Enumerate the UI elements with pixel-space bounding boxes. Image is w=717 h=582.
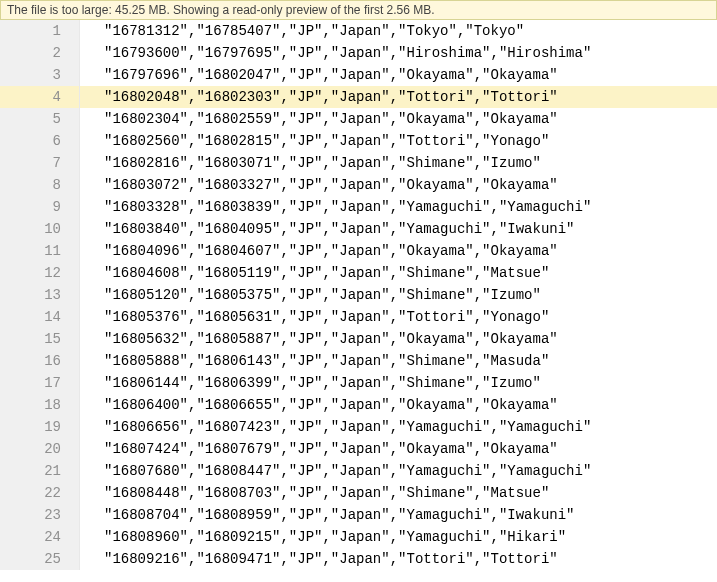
code-line: "16804096","16804607","JP","Japan","Okay… [80, 240, 717, 262]
code-line: "16802816","16803071","JP","Japan","Shim… [80, 152, 717, 174]
editor-viewport[interactable]: 1"16781312","16785407","JP","Japan","Tok… [0, 20, 717, 582]
line-number: 4 [0, 86, 80, 108]
code-line: "16808704","16808959","JP","Japan","Yama… [80, 504, 717, 526]
code-row[interactable]: 8"16803072","16803327","JP","Japan","Oka… [0, 174, 717, 196]
line-number: 7 [0, 152, 80, 174]
code-row[interactable]: 22"16808448","16808703","JP","Japan","Sh… [0, 482, 717, 504]
code-row[interactable]: 1"16781312","16785407","JP","Japan","Tok… [0, 20, 717, 42]
code-line: "16805632","16805887","JP","Japan","Okay… [80, 328, 717, 350]
line-number: 19 [0, 416, 80, 438]
notice-previewsize: 2.56 MB [387, 3, 432, 17]
line-number: 25 [0, 548, 80, 570]
code-row[interactable]: 16"16805888","16806143","JP","Japan","Sh… [0, 350, 717, 372]
line-number: 13 [0, 284, 80, 306]
code-row[interactable]: 9"16803328","16803839","JP","Japan","Yam… [0, 196, 717, 218]
code-row[interactable]: 19"16806656","16807423","JP","Japan","Ya… [0, 416, 717, 438]
code-line: "16802304","16802559","JP","Japan","Okay… [80, 108, 717, 130]
code-line: "16805888","16806143","JP","Japan","Shim… [80, 350, 717, 372]
notice-suffix: . [431, 3, 434, 17]
notice-filesize: 45.25 MB [115, 3, 166, 17]
code-line: "16803840","16804095","JP","Japan","Yama… [80, 218, 717, 240]
code-line: "16808448","16808703","JP","Japan","Shim… [80, 482, 717, 504]
line-number: 6 [0, 130, 80, 152]
notice-prefix: The file is too large: [7, 3, 115, 17]
code-row[interactable]: 4"16802048","16802303","JP","Japan","Tot… [0, 86, 717, 108]
code-line: "16781312","16785407","JP","Japan","Toky… [80, 20, 717, 42]
code-rows-container: 1"16781312","16785407","JP","Japan","Tok… [0, 20, 717, 582]
code-row[interactable]: 20"16807424","16807679","JP","Japan","Ok… [0, 438, 717, 460]
code-row[interactable]: 17"16806144","16806399","JP","Japan","Sh… [0, 372, 717, 394]
code-row[interactable]: 15"16805632","16805887","JP","Japan","Ok… [0, 328, 717, 350]
code-line: "16803072","16803327","JP","Japan","Okay… [80, 174, 717, 196]
code-row[interactable]: 5"16802304","16802559","JP","Japan","Oka… [0, 108, 717, 130]
code-line: "16808960","16809215","JP","Japan","Yama… [80, 526, 717, 548]
line-number: 12 [0, 262, 80, 284]
code-row[interactable]: 14"16805376","16805631","JP","Japan","To… [0, 306, 717, 328]
line-number: 10 [0, 218, 80, 240]
line-number: 3 [0, 64, 80, 86]
code-row[interactable]: 11"16804096","16804607","JP","Japan","Ok… [0, 240, 717, 262]
code-line: "16805120","16805375","JP","Japan","Shim… [80, 284, 717, 306]
code-line: "16802560","16802815","JP","Japan","Tott… [80, 130, 717, 152]
code-line: "16807680","16808447","JP","Japan","Yama… [80, 460, 717, 482]
line-number: 16 [0, 350, 80, 372]
line-number: 5 [0, 108, 80, 130]
code-line: "16802048","16802303","JP","Japan","Tott… [80, 86, 717, 108]
code-row[interactable]: 7"16802816","16803071","JP","Japan","Shi… [0, 152, 717, 174]
code-row[interactable]: 12"16804608","16805119","JP","Japan","Sh… [0, 262, 717, 284]
code-row[interactable]: 2"16793600","16797695","JP","Japan","Hir… [0, 42, 717, 64]
file-too-large-notice: The file is too large: 45.25 MB. Showing… [0, 0, 717, 20]
code-row[interactable]: 3"16797696","16802047","JP","Japan","Oka… [0, 64, 717, 86]
line-number: 9 [0, 196, 80, 218]
line-number: 18 [0, 394, 80, 416]
code-row[interactable]: 18"16806400","16806655","JP","Japan","Ok… [0, 394, 717, 416]
line-number: 23 [0, 504, 80, 526]
code-line: "16803328","16803839","JP","Japan","Yama… [80, 196, 717, 218]
code-line: "16797696","16802047","JP","Japan","Okay… [80, 64, 717, 86]
line-number: 8 [0, 174, 80, 196]
code-line: "16804608","16805119","JP","Japan","Shim… [80, 262, 717, 284]
notice-middle: . Showing a read-only preview of the fir… [166, 3, 386, 17]
line-number: 2 [0, 42, 80, 64]
line-number: 17 [0, 372, 80, 394]
code-row[interactable]: 25"16809216","16809471","JP","Japan","To… [0, 548, 717, 570]
code-row[interactable]: 6"16802560","16802815","JP","Japan","Tot… [0, 130, 717, 152]
code-line: "16806144","16806399","JP","Japan","Shim… [80, 372, 717, 394]
code-line: "16807424","16807679","JP","Japan","Okay… [80, 438, 717, 460]
line-number: 21 [0, 460, 80, 482]
code-line: "16809216","16809471","JP","Japan","Tott… [80, 548, 717, 570]
line-number: 1 [0, 20, 80, 42]
code-row[interactable]: 24"16808960","16809215","JP","Japan","Ya… [0, 526, 717, 548]
code-row[interactable]: 13"16805120","16805375","JP","Japan","Sh… [0, 284, 717, 306]
line-number: 14 [0, 306, 80, 328]
code-row[interactable]: 21"16807680","16808447","JP","Japan","Ya… [0, 460, 717, 482]
code-line: "16806400","16806655","JP","Japan","Okay… [80, 394, 717, 416]
code-line: "16805376","16805631","JP","Japan","Tott… [80, 306, 717, 328]
line-number: 20 [0, 438, 80, 460]
code-row[interactable]: 23"16808704","16808959","JP","Japan","Ya… [0, 504, 717, 526]
line-number: 22 [0, 482, 80, 504]
line-number: 15 [0, 328, 80, 350]
code-row[interactable]: 10"16803840","16804095","JP","Japan","Ya… [0, 218, 717, 240]
code-line: "16793600","16797695","JP","Japan","Hiro… [80, 42, 717, 64]
line-number: 11 [0, 240, 80, 262]
line-number: 24 [0, 526, 80, 548]
code-line: "16806656","16807423","JP","Japan","Yama… [80, 416, 717, 438]
